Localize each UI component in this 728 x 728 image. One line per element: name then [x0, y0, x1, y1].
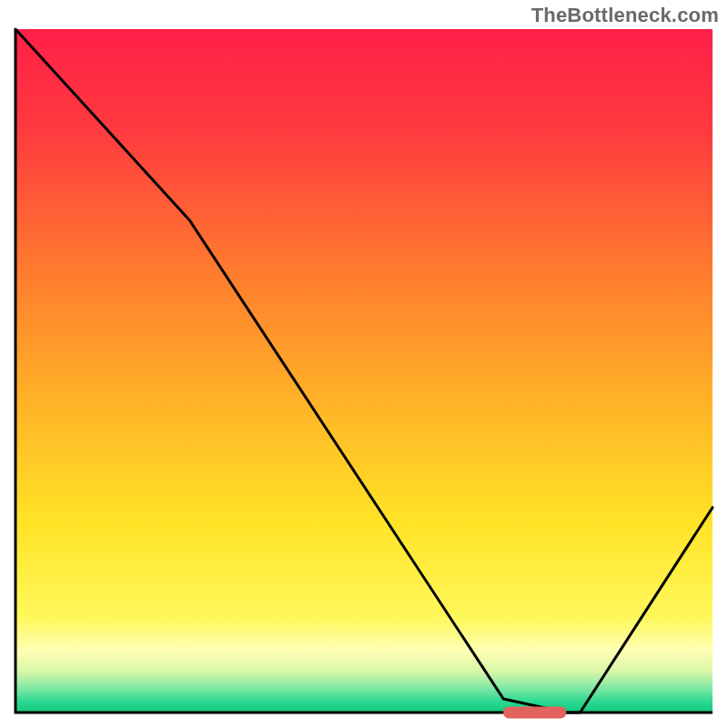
plot-gradient-bg	[15, 29, 713, 713]
attribution-label: TheBottleneck.com	[531, 4, 719, 27]
optimum-marker	[503, 707, 566, 719]
chart-container: TheBottleneck.com	[0, 0, 728, 728]
bottleneck-chart	[0, 0, 728, 728]
